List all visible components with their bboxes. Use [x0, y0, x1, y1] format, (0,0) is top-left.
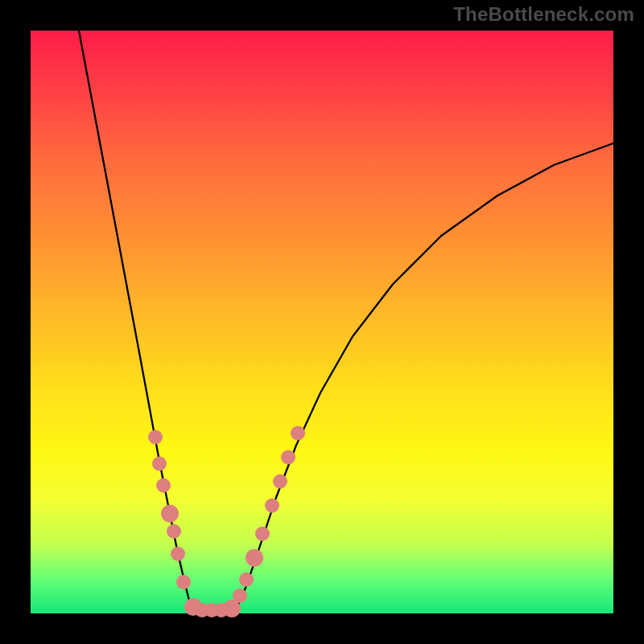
- sample-point: [161, 505, 179, 522]
- sample-point: [273, 474, 287, 489]
- sample-point: [156, 478, 171, 493]
- chart-frame: TheBottleneck.com: [0, 0, 644, 644]
- sample-point: [239, 572, 254, 587]
- sample-point: [176, 575, 191, 589]
- sample-point: [291, 426, 305, 440]
- sample-point: [281, 450, 295, 464]
- sample-point: [171, 547, 185, 561]
- sample-point: [148, 430, 163, 444]
- sample-point: [265, 498, 279, 513]
- sample-point: [246, 549, 263, 567]
- plot-area: [31, 31, 613, 613]
- chart-svg: [31, 31, 613, 613]
- sample-points-group: [148, 426, 305, 617]
- sample-point: [152, 456, 167, 471]
- sample-point: [167, 524, 181, 539]
- bottleneck-curve: [79, 31, 613, 613]
- watermark-text: TheBottleneck.com: [453, 3, 634, 26]
- sample-point: [233, 588, 247, 603]
- sample-point: [255, 526, 270, 541]
